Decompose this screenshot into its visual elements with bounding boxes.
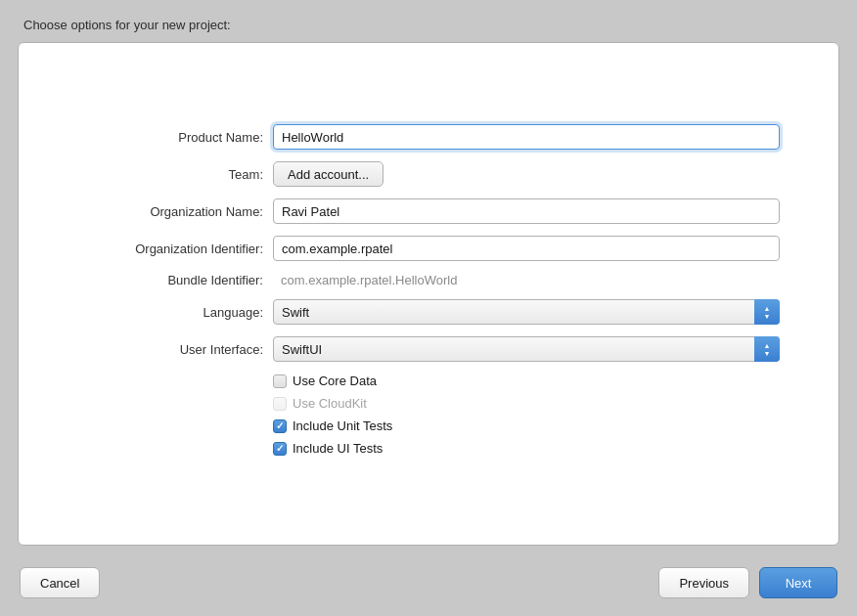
dialog-title: Choose options for your new project: <box>0 0 857 42</box>
core-data-row: Use Core Data <box>77 374 780 388</box>
org-name-label: Organization Name: <box>77 204 273 219</box>
unit-tests-row: Include Unit Tests <box>77 418 780 433</box>
team-row: Team: Add account... <box>77 161 780 187</box>
footer-right: Previous Next <box>658 567 837 598</box>
previous-button[interactable]: Previous <box>658 567 749 598</box>
bundle-id-value: com.example.rpatel.HelloWorld <box>273 270 465 290</box>
ui-tests-label: Include UI Tests <box>293 441 383 456</box>
org-name-row: Organization Name: <box>77 198 780 224</box>
bundle-id-label: Bundle Identifier: <box>77 273 273 287</box>
team-field: Add account... <box>273 161 780 187</box>
language-select-wrapper: Swift Objective-C <box>273 299 780 325</box>
org-id-field <box>273 236 780 261</box>
cloudkit-checkbox <box>273 397 287 411</box>
footer-left: Cancel <box>20 567 658 598</box>
ui-field: SwiftUI Storyboard <box>273 336 780 362</box>
ui-select-wrapper: SwiftUI Storyboard <box>273 336 780 362</box>
ui-row: User Interface: SwiftUI Storyboard <box>77 336 780 362</box>
unit-tests-label: Include Unit Tests <box>293 418 392 433</box>
bundle-id-row: Bundle Identifier: com.example.rpatel.He… <box>77 273 780 287</box>
core-data-checkbox-item[interactable]: Use Core Data <box>273 374 377 388</box>
ui-tests-checkbox-item[interactable]: Include UI Tests <box>273 441 383 456</box>
org-id-row: Organization Identifier: <box>77 236 780 261</box>
org-name-field <box>273 198 780 224</box>
language-field: Swift Objective-C <box>273 299 780 325</box>
core-data-checkbox[interactable] <box>273 374 287 388</box>
dialog-body: Product Name: Team: Add account... Organ… <box>18 42 839 546</box>
language-select[interactable]: Swift Objective-C <box>273 299 780 325</box>
product-name-field <box>273 124 780 150</box>
language-row: Language: Swift Objective-C <box>77 299 780 325</box>
add-account-button[interactable]: Add account... <box>273 161 383 187</box>
org-name-input[interactable] <box>273 198 780 224</box>
product-name-input[interactable] <box>273 124 780 150</box>
language-label: Language: <box>77 305 273 320</box>
cancel-button[interactable]: Cancel <box>20 567 100 598</box>
unit-tests-checkbox-item[interactable]: Include Unit Tests <box>273 418 392 433</box>
product-name-row: Product Name: <box>77 124 780 150</box>
product-name-label: Product Name: <box>77 130 273 145</box>
cloudkit-checkbox-item: Use CloudKit <box>273 396 367 411</box>
ui-tests-checkbox[interactable] <box>273 442 287 456</box>
form-container: Product Name: Team: Add account... Organ… <box>19 95 838 493</box>
ui-label: User Interface: <box>77 342 273 357</box>
checkbox-section: Use Core Data Use CloudKit Include Unit … <box>77 374 780 456</box>
ui-tests-row: Include UI Tests <box>77 441 780 456</box>
org-id-label: Organization Identifier: <box>77 242 273 256</box>
cloudkit-row: Use CloudKit <box>77 396 780 411</box>
team-label: Team: <box>77 167 273 182</box>
ui-select[interactable]: SwiftUI Storyboard <box>273 336 780 362</box>
dialog-footer: Cancel Previous Next <box>0 557 857 616</box>
core-data-label: Use Core Data <box>293 374 377 388</box>
org-id-input[interactable] <box>273 236 780 261</box>
next-button[interactable]: Next <box>759 567 837 598</box>
unit-tests-checkbox[interactable] <box>273 419 287 433</box>
bundle-id-field: com.example.rpatel.HelloWorld <box>273 273 780 287</box>
cloudkit-label: Use CloudKit <box>293 396 367 411</box>
